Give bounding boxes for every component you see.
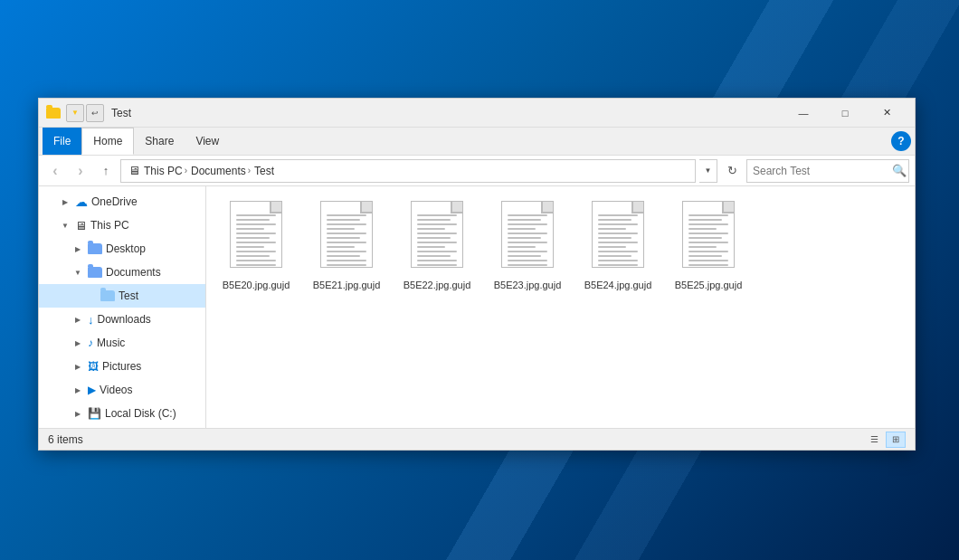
sidebar-item-downloads[interactable]: ▶ ↓ Downloads [39,308,205,331]
desktop-folder-icon [88,243,102,254]
file-item-3[interactable]: B5E23.jpg.gujd [487,195,568,297]
address-bar: ‹ › ↑ 🖥 This PC › Documents › Test ▼ ↻ 🔍 [39,156,915,186]
sidebar-label-this-pc: This PC [90,219,129,232]
search-input[interactable] [753,165,888,177]
refresh-button[interactable]: ↻ [721,160,743,182]
sidebar-label-test: Test [119,289,138,302]
sidebar-item-this-pc[interactable]: ▼ 🖥 This PC [39,214,205,237]
file-item-5[interactable]: B5E25.jpg.gujd [668,195,749,297]
sidebar-item-pictures[interactable]: ▶ 🖼 Pictures [39,355,205,378]
ribbon-tabs: File Home Share View ? [39,128,915,155]
title-bar-folder-icon [46,106,61,120]
file-name-1: B5E21.jpg.gujd [313,279,381,291]
back-button[interactable]: ‹ [44,160,66,182]
search-icon[interactable]: 🔍 [892,163,907,179]
ribbon: File Home Share View ? [39,128,915,156]
tab-file[interactable]: File [43,128,81,155]
disk-icon: 💾 [88,407,101,420]
expand-onedrive[interactable]: ▶ [59,195,71,208]
path-sep-2: › [248,166,251,176]
sidebar-label-desktop: Desktop [106,242,146,255]
status-bar: 6 items ☰ ⊞ [39,428,915,450]
expand-pictures[interactable]: ▶ [71,360,84,373]
file-icon-2 [408,201,466,273]
tab-share[interactable]: Share [134,128,185,155]
file-name-5: B5E25.jpg.gujd [675,279,743,291]
sidebar-item-documents[interactable]: ▼ Documents [39,261,205,284]
window-title: Test [111,107,783,119]
file-name-2: B5E22.jpg.gujd [404,279,471,291]
computer-icon: 🖥 [75,219,87,233]
expand-local-disk[interactable]: ▶ [71,407,84,420]
file-item-4[interactable]: B5E24.jpg.gujd [577,195,659,297]
list-view-button[interactable]: ☰ [864,432,884,448]
sidebar: ▶ ☁ OneDrive ▼ 🖥 This PC ▶ Desktop ▼ Doc… [39,186,206,428]
path-label-thispc: This PC [144,165,183,177]
file-icon-3 [498,201,556,273]
documents-folder-icon [88,267,102,278]
sidebar-item-onedrive[interactable]: ▶ ☁ OneDrive [39,190,205,214]
large-icon-view-button[interactable]: ⊞ [886,432,906,448]
expand-music[interactable]: ▶ [71,337,84,349]
file-icon-1 [318,201,375,273]
sidebar-item-test[interactable]: Test [39,284,205,308]
sidebar-item-music[interactable]: ▶ ♪ Music [39,331,205,355]
file-item-2[interactable]: B5E22.jpg.gujd [396,195,478,297]
sidebar-label-onedrive: OneDrive [91,195,138,208]
path-computer-icon: 🖥 [128,164,140,177]
path-label-docs: Documents [191,165,246,177]
expand-desktop[interactable]: ▶ [71,242,84,255]
sidebar-label-local-disk: Local Disk (C:) [105,407,176,420]
sidebar-label-pictures: Pictures [102,360,141,373]
up-button[interactable]: ↑ [95,160,117,182]
expand-downloads[interactable]: ▶ [71,313,84,326]
sidebar-label-downloads: Downloads [98,313,151,326]
path-label-test: Test [254,165,274,177]
sidebar-item-local-disk[interactable]: ▶ 💾 Local Disk (C:) [39,402,205,425]
tab-home[interactable]: Home [81,128,134,155]
search-box[interactable]: 🔍 [746,159,909,183]
path-test[interactable]: Test [254,165,274,177]
help-button[interactable]: ? [891,131,911,151]
expand-videos[interactable]: ▶ [71,384,84,396]
expand-documents[interactable]: ▼ [71,266,84,279]
file-name-0: B5E20.jpg.gujd [223,279,290,291]
view-buttons: ☰ ⊞ [864,432,906,448]
path-documents[interactable]: Documents › [191,165,251,177]
file-item[interactable]: B5E20.jpg.gujd [215,195,297,297]
file-icon-0 [227,201,285,273]
sidebar-label-documents: Documents [106,266,161,279]
address-dropdown-button[interactable]: ▼ [699,159,717,183]
main-content: ▶ ☁ OneDrive ▼ 🖥 This PC ▶ Desktop ▼ Doc… [39,186,915,428]
path-this-pc[interactable]: This PC › [144,165,187,177]
close-button[interactable]: ✕ [866,99,907,128]
maximize-button[interactable]: □ [824,99,866,128]
quick-access-btn-1[interactable]: ▼ [66,104,84,122]
sidebar-item-desktop[interactable]: ▶ Desktop [39,237,205,261]
file-name-3: B5E23.jpg.gujd [494,279,562,291]
test-folder-icon [100,290,115,301]
downloads-icon: ↓ [88,313,94,327]
sidebar-label-videos: Videos [100,384,132,396]
music-icon: ♪ [88,337,93,349]
explorer-window: ▼ ↩ Test — □ ✕ File Home Share View ? ‹ … [38,98,916,451]
videos-icon: ▶ [88,384,96,396]
item-count: 6 items [48,433,83,446]
path-sep-1: › [185,166,187,176]
quick-access-btn-2[interactable]: ↩ [86,104,104,122]
file-icon-4 [589,201,647,273]
file-area: B5E20.jpg.gujd B5E21.jp [206,186,915,428]
pictures-icon: 🖼 [88,360,99,373]
window-controls: — □ ✕ [783,99,907,128]
sidebar-item-videos[interactable]: ▶ ▶ Videos [39,378,205,402]
file-icon-5 [679,201,737,273]
minimize-button[interactable]: — [783,99,824,128]
expand-this-pc[interactable]: ▼ [59,219,71,232]
onedrive-icon: ☁ [75,195,88,209]
forward-button[interactable]: › [70,160,91,182]
sidebar-label-music: Music [97,337,125,349]
file-name-4: B5E24.jpg.gujd [584,279,652,291]
tab-view[interactable]: View [185,128,230,155]
address-path[interactable]: 🖥 This PC › Documents › Test [120,159,696,183]
file-item-1[interactable]: B5E21.jpg.gujd [306,195,387,297]
